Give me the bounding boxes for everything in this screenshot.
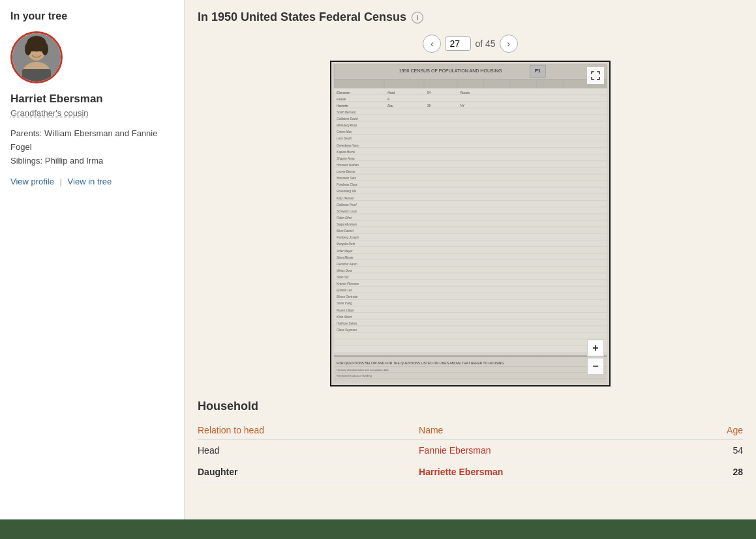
- svg-text:Blum Rachel: Blum Rachel: [337, 229, 354, 233]
- svg-text:Adler Meyer: Adler Meyer: [336, 250, 353, 253]
- prev-page-button[interactable]: ‹: [423, 35, 441, 53]
- table-row: HeadFannie Ebersman54: [198, 440, 743, 461]
- svg-text:Stein Sol: Stein Sol: [337, 276, 349, 279]
- svg-text:FOR QUESTIONS BELOW AND FOR TH: FOR QUESTIONS BELOW AND FOR THE QUESTION…: [337, 361, 504, 365]
- svg-point-3: [25, 42, 31, 55]
- svg-text:28: 28: [427, 104, 431, 108]
- svg-text:Epstein Leo: Epstein Leo: [337, 289, 353, 292]
- chevron-right-icon: ›: [507, 38, 510, 49]
- col-header-relation: Relation to head: [198, 421, 419, 440]
- profile-links: View profile | View in tree: [10, 177, 174, 186]
- svg-text:Kramer Florence: Kramer Florence: [337, 282, 359, 285]
- svg-text:Goldman Pearl: Goldman Pearl: [337, 203, 357, 207]
- household-table: Relation to head Name Age HeadFannie Ebe…: [198, 421, 743, 483]
- svg-text:Head: Head: [387, 91, 395, 95]
- svg-text:Cohen Max: Cohen Max: [337, 130, 352, 134]
- svg-text:Katz Herman: Katz Herman: [337, 197, 354, 200]
- svg-text:Kaplan Morris: Kaplan Morris: [337, 151, 355, 154]
- chevron-left-icon: ‹: [431, 38, 434, 49]
- parents-label: Parents:: [10, 128, 44, 138]
- relation-cell: Daughter: [198, 461, 419, 483]
- svg-rect-6: [22, 69, 51, 81]
- svg-text:Russia: Russia: [461, 91, 470, 95]
- svg-text:Hoffman Sylvia: Hoffman Sylvia: [337, 322, 357, 325]
- page-select[interactable]: 27: [445, 36, 471, 51]
- sidebar: In your tree: [0, 0, 185, 519]
- svg-text:Greenberg Harry: Greenberg Harry: [337, 144, 359, 147]
- census-image-container: 1950 CENSUS OF POPULATION AND HOUSING P1: [330, 61, 611, 386]
- svg-text:Levy Sarah: Levy Sarah: [337, 137, 352, 140]
- census-document: 1950 CENSUS OF POPULATION AND HOUSING P1: [331, 62, 609, 385]
- svg-text:Shapiro Anna: Shapiro Anna: [337, 157, 355, 160]
- svg-text:Glass Seymour: Glass Seymour: [337, 328, 357, 332]
- svg-text:Rent/owned status of dwelling: Rent/owned status of dwelling: [337, 374, 372, 377]
- svg-text:Stern Minnie: Stern Minnie: [337, 256, 354, 259]
- svg-text:Housing characteristics and oc: Housing characteristics and occupation d…: [337, 368, 389, 371]
- svg-text:Feinberg Joseph: Feinberg Joseph: [337, 236, 359, 239]
- pagination: ‹ 27 of 45 ›: [423, 35, 517, 53]
- svg-text:Goldstein David: Goldstein David: [337, 117, 358, 121]
- svg-text:Rubin Ethel: Rubin Ethel: [337, 216, 353, 220]
- zoom-controls: + −: [587, 340, 604, 375]
- svg-text:Smith Bernard: Smith Bernard: [337, 111, 356, 114]
- page-of-label: of 45: [475, 38, 495, 49]
- relation-cell: Head: [198, 440, 419, 461]
- col-header-age: Age: [694, 421, 743, 440]
- expand-button[interactable]: [587, 67, 604, 84]
- svg-text:Weiss Dora: Weiss Dora: [337, 269, 352, 272]
- image-viewer: ‹ 27 of 45 ›: [198, 35, 743, 386]
- household-title: Household: [198, 400, 743, 413]
- svg-point-7: [31, 49, 34, 51]
- view-in-tree-link[interactable]: View in tree: [68, 177, 112, 186]
- person-details: Parents: William Ebersman and Fannie Fog…: [10, 127, 174, 168]
- view-profile-link[interactable]: View profile: [10, 177, 54, 186]
- svg-text:Fleischer Aaron: Fleischer Aaron: [337, 263, 357, 266]
- avatar: [10, 31, 63, 83]
- info-icon[interactable]: i: [412, 12, 423, 23]
- name-cell[interactable]: Fannie Ebersman: [419, 440, 693, 461]
- zoom-out-button[interactable]: −: [587, 358, 604, 375]
- svg-text:Friedman Clara: Friedman Clara: [337, 183, 357, 186]
- svg-text:Bloom Gertrude: Bloom Gertrude: [337, 295, 358, 299]
- svg-point-8: [40, 49, 43, 51]
- avatar-image: [12, 33, 61, 81]
- svg-text:Horowitz Nathan: Horowitz Nathan: [337, 164, 359, 167]
- svg-text:Rosen Lillian: Rosen Lillian: [337, 309, 354, 312]
- svg-point-4: [42, 42, 48, 55]
- svg-text:Dau: Dau: [387, 104, 393, 108]
- svg-text:P1: P1: [535, 68, 541, 74]
- svg-rect-15: [334, 79, 607, 88]
- bottom-bar: [0, 519, 756, 539]
- record-title-text: In 1950 United States Federal Census: [198, 10, 406, 24]
- svg-text:Silver Irving: Silver Irving: [337, 302, 352, 306]
- table-row: DaughterHarriette Ebersman28: [198, 461, 743, 483]
- parents-info: Parents: William Ebersman and Fannie Fog…: [10, 127, 174, 154]
- svg-rect-108: [334, 355, 607, 357]
- svg-text:Bernstein Sam: Bernstein Sam: [337, 177, 356, 180]
- sidebar-title: In your tree: [10, 10, 174, 22]
- siblings-info: Siblings: Phillip and Irma: [10, 154, 174, 168]
- link-separator: |: [60, 177, 62, 186]
- age-cell: 28: [694, 461, 743, 483]
- svg-text:Fannie: Fannie: [337, 98, 346, 101]
- siblings-label: Siblings:: [10, 156, 45, 166]
- next-page-button[interactable]: ›: [500, 35, 518, 53]
- svg-text:Schwartz Louis: Schwartz Louis: [337, 210, 357, 213]
- zoom-in-button[interactable]: +: [587, 340, 604, 357]
- person-name: Harriet Ebersman: [10, 93, 174, 106]
- svg-text:Segal Abraham: Segal Abraham: [337, 223, 357, 226]
- svg-text:54: 54: [427, 91, 431, 95]
- svg-text:Rosenberg Ida: Rosenberg Ida: [337, 190, 356, 193]
- main-content: In 1950 United States Federal Census i ‹…: [185, 0, 756, 519]
- svg-text:Klein Albert: Klein Albert: [337, 315, 352, 319]
- person-relation: Grandfather's cousin: [10, 108, 174, 118]
- svg-text:NY: NY: [461, 104, 464, 108]
- name-cell[interactable]: Harriette Ebersman: [419, 461, 693, 483]
- record-title: In 1950 United States Federal Census i: [198, 10, 743, 24]
- svg-text:F: F: [387, 98, 389, 101]
- household-section: Household Relation to head Name Age Head…: [198, 400, 743, 483]
- siblings-value: Phillip and Irma: [45, 156, 104, 166]
- svg-text:Margolis Ruth: Margolis Ruth: [337, 242, 355, 246]
- age-cell: 54: [694, 440, 743, 461]
- svg-text:Harriette: Harriette: [337, 104, 348, 108]
